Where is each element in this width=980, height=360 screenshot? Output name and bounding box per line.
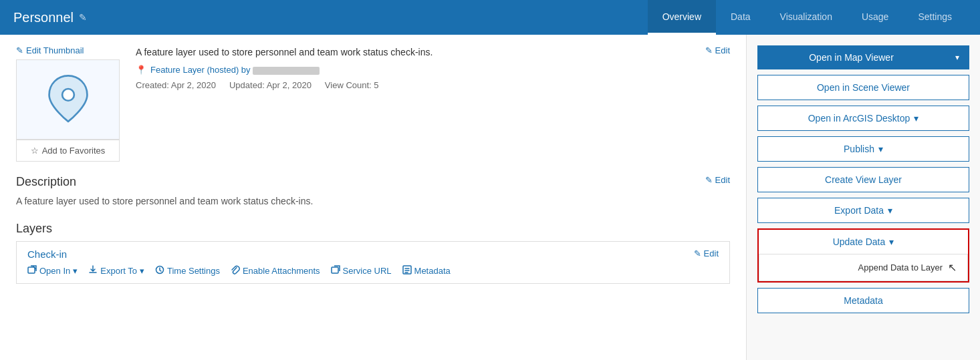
meta-dates: Created: Apr 2, 2020 Updated: Apr 2, 202… <box>136 80 433 90</box>
thumbnail-image <box>41 73 95 126</box>
title-edit-icon[interactable]: ✎ <box>79 12 87 23</box>
append-data-to-layer-item[interactable]: Append Data to Layer ↖ <box>759 254 968 281</box>
created-date: Created: Apr 2, 2020 <box>136 80 216 90</box>
metadata-icon <box>402 265 412 277</box>
add-to-favorites-button[interactable]: ☆ Add to Favorites <box>16 140 120 162</box>
tab-data[interactable]: Data <box>716 0 765 35</box>
layer-export-to-button[interactable]: Export To ▾ <box>88 265 144 277</box>
arcgis-desktop-chevron: ▾ <box>914 113 918 124</box>
update-data-button[interactable]: Update Data ▾ <box>759 230 968 254</box>
layer-item-header: Check-in ✎ Edit <box>27 248 719 260</box>
main-layout: ✎ Edit Thumbnail ☆ Add to Favorites <box>0 35 980 360</box>
right-sidebar: Open in Map Viewer ▾ Open in Scene Viewe… <box>746 35 980 360</box>
clock-icon <box>155 265 164 277</box>
meta-row: ✎ Edit Thumbnail ☆ Add to Favorites <box>16 45 730 162</box>
layer-metadata-button[interactable]: Metadata <box>402 265 451 277</box>
open-in-chevron: ▾ <box>73 266 78 276</box>
description-section: Description ✎ Edit A feature layer used … <box>16 175 730 208</box>
layer-service-url-button[interactable]: Service URL <box>331 265 392 277</box>
owner-name-blurred <box>253 67 320 75</box>
svg-point-0 <box>62 89 74 101</box>
edit-pencil-icon: ✎ <box>705 45 713 55</box>
layers-section: Layers Check-in ✎ Edit Open In <box>16 222 730 284</box>
open-in-icon <box>27 265 37 277</box>
content-area: ✎ Edit Thumbnail ☆ Add to Favorites <box>0 35 746 360</box>
description-section-header: Description ✎ Edit <box>16 175 730 189</box>
feature-layer-label: Feature Layer (hosted) by <box>150 65 320 75</box>
update-data-chevron: ▾ <box>889 236 894 247</box>
layer-time-settings-button[interactable]: Time Settings <box>155 265 220 277</box>
export-data-chevron: ▾ <box>888 205 892 216</box>
open-map-viewer-dropdown-button[interactable]: ▾ <box>945 45 969 69</box>
metadata-button[interactable]: Metadata <box>757 288 969 313</box>
publish-button[interactable]: Publish ▾ <box>757 136 969 162</box>
pencil-icon: ✎ <box>16 45 23 55</box>
svg-rect-1 <box>28 267 35 273</box>
description-title: Description <box>16 175 76 189</box>
layer-enable-attachments-button[interactable]: Enable Attachments <box>231 265 320 277</box>
update-data-group: Update Data ▾ Append Data to Layer ↖ <box>757 228 969 283</box>
thumbnail-box <box>16 59 120 140</box>
app-title: Personnel <box>13 10 74 25</box>
feature-layer-row: 📍 Feature Layer (hosted) by <box>136 65 433 75</box>
layer-item: Check-in ✎ Edit Open In ▾ <box>16 241 730 284</box>
item-description-text: A feature layer used to store personnel … <box>136 45 433 59</box>
tab-overview[interactable]: Overview <box>648 0 716 35</box>
nav-tabs: Overview Data Visualization Usage Settin… <box>648 0 967 35</box>
tab-visualization[interactable]: Visualization <box>765 0 847 35</box>
svg-rect-3 <box>332 267 338 273</box>
layer-actions: Open In ▾ Export To ▾ Time <box>27 265 719 277</box>
cursor-icon: ↖ <box>948 261 957 274</box>
location-pin-emoji: 📍 <box>136 65 146 75</box>
view-count: View Count: 5 <box>325 80 379 90</box>
layer-open-in-button[interactable]: Open In ▾ <box>27 265 78 277</box>
top-nav: Personnel ✎ Overview Data Visualization … <box>0 0 980 35</box>
layers-title: Layers <box>16 222 52 236</box>
edit-thumbnail-link[interactable]: ✎ Edit Thumbnail <box>16 45 84 55</box>
item-info-edit-link[interactable]: ✎ Edit <box>705 45 730 55</box>
edit-icon-desc: ✎ <box>705 175 713 185</box>
layer-name[interactable]: Check-in <box>27 248 67 260</box>
open-scene-viewer-button[interactable]: Open in Scene Viewer <box>757 75 969 100</box>
service-url-icon <box>331 265 340 277</box>
updated-date: Updated: Apr 2, 2020 <box>229 80 312 90</box>
open-map-viewer-group: Open in Map Viewer ▾ <box>757 45 969 69</box>
attachment-icon <box>231 265 240 277</box>
layer-edit-icon: ✎ <box>694 248 701 258</box>
publish-chevron: ▾ <box>878 144 883 154</box>
description-edit-link[interactable]: ✎ Edit <box>705 175 730 185</box>
tab-settings[interactable]: Settings <box>903 0 967 35</box>
thumbnail-column: ✎ Edit Thumbnail ☆ Add to Favorites <box>16 45 120 162</box>
dropdown-arrow-icon: ▾ <box>955 53 959 62</box>
create-view-layer-button[interactable]: Create View Layer <box>757 167 969 192</box>
layer-edit-link[interactable]: ✎ Edit <box>694 248 719 258</box>
export-chevron: ▾ <box>140 266 144 276</box>
tab-usage[interactable]: Usage <box>847 0 903 35</box>
export-icon <box>88 265 98 277</box>
layers-section-header: Layers <box>16 222 730 236</box>
star-icon: ☆ <box>31 146 39 156</box>
export-data-button[interactable]: Export Data ▾ <box>757 198 969 223</box>
app-title-area: Personnel ✎ <box>13 10 648 25</box>
open-map-viewer-button[interactable]: Open in Map Viewer <box>757 45 945 69</box>
info-column: A feature layer used to store personnel … <box>136 45 730 162</box>
open-arcgis-desktop-button[interactable]: Open in ArcGIS Desktop ▾ <box>757 106 969 131</box>
description-text: A feature layer used to store personnel … <box>16 194 730 208</box>
